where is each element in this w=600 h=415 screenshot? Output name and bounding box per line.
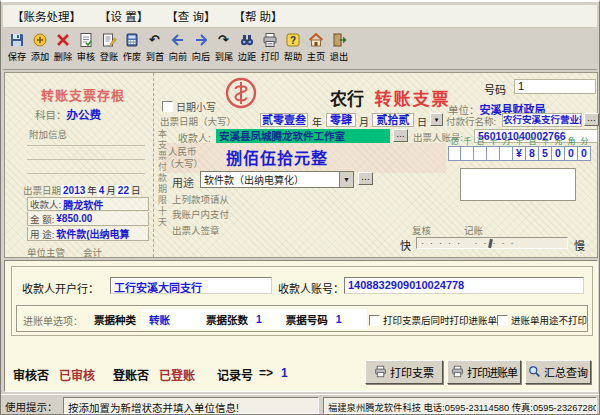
stub-date-month[interactable]: 4 [97,185,107,196]
checkbox-icon[interactable] [497,315,508,326]
exit-button[interactable]: 退出 [327,30,350,63]
no-purpose-checkbox[interactable]: 进账单用途不打印 [497,313,587,327]
save-button[interactable]: 保存 [5,30,28,63]
print-slip-button[interactable]: 打印进账单 [447,360,521,384]
speed-slider[interactable]: ····· ····· [416,237,568,249]
review-label: 复核 [412,223,431,237]
purpose-value: 软件款（出纳电算化） [201,172,339,187]
payee-browse-button[interactable]: … [393,129,408,142]
stub-subject-label: 科目： [35,109,67,121]
grid-cell [487,146,500,161]
stub-date-year[interactable]: 2013 [61,185,87,196]
note-line1: 上列款项请从 [172,192,229,206]
stub-purpose-label: 用 途: [30,227,54,241]
print-slip-checkbox[interactable]: 打印支票后同时打印进账单 [369,313,497,327]
add-button[interactable]: 添加 [28,30,51,63]
stub-amount-label: 金 额: [30,212,54,226]
payee-field[interactable]: 安溪县凤城腾龙软件工作室 [216,129,390,143]
menu-bar: 【账务处理】 【设 置】 【查 询】 【帮 助】 [3,5,597,28]
checkbox-icon[interactable] [369,315,380,326]
print-check-label: 打印支票 [390,364,434,380]
grid-header: 十 [539,137,552,146]
stub-payee-label: 收款人: [30,197,61,211]
payer-bank-field[interactable]: 农行安溪支行营业部 [502,113,582,127]
save-icon [9,31,25,48]
grid-cell [448,146,461,161]
amount-words[interactable]: 捌佰伍拾元整 [226,145,328,169]
checkbox-icon[interactable] [162,101,173,112]
margin-button[interactable]: 边距 [235,30,258,63]
tip-label: 使用提示： [5,399,58,414]
help-button[interactable]: ? 帮助 [281,30,304,63]
register-label: 登账否 [113,366,149,383]
audit-button[interactable]: 审核 [74,30,97,63]
print-slip-checkbox-label: 打印支票后同时打印进账单 [383,313,497,327]
print-check-button[interactable]: 打印支票 [365,360,443,384]
bill-count-value[interactable]: 1 [256,313,262,325]
record-no-label: 记录号 [217,366,253,383]
bill-type-value[interactable]: 转账 [149,312,170,327]
stub-date-day[interactable]: 22 [116,185,131,196]
purpose-combobox[interactable]: 软件款（出纳电算化） ▼ [200,171,354,188]
stub-amount-value[interactable]: ¥850.00 [56,213,92,224]
payee-account-field[interactable]: 1408832909010024778 [344,277,584,294]
grid-header: 十 [487,137,500,146]
go-next-icon [193,31,209,48]
check-date-month-field[interactable]: 零肆 [326,113,356,127]
signature-label: 出票人签章 [172,223,220,237]
check-day-unit: 日 [417,114,427,129]
go-prev-button[interactable]: 向前 [166,30,189,63]
bill-count-label: 票据张数 [206,312,248,327]
bill-no-value[interactable]: 1 [336,313,342,325]
date-lowercase-checkbox[interactable]: 日期小写 [162,99,216,114]
stub-purpose-row: 用 途: 软件款(出纳电算 [27,227,149,241]
printer-icon [451,365,464,380]
check-number-field[interactable]: 1 [514,79,596,94]
grid-header: 元 [552,137,565,146]
payee-bank-field[interactable]: 工行安溪大同支行 [110,277,272,294]
summary-query-label: 汇总查询 [544,364,588,380]
home-icon [308,31,324,48]
go-first-button[interactable]: ↶ 到首 [143,30,166,63]
grid-header: 亿 [448,137,461,146]
register-button[interactable]: 登账 [97,30,120,63]
menu-help[interactable]: 【帮 助】 [224,5,291,27]
record-no-value: 1 [281,366,288,380]
audit-label: 审核否 [13,366,49,383]
chevron-down-icon[interactable]: ▼ [339,172,353,187]
check-date-day-field[interactable]: 贰拾贰 [372,113,414,127]
delete-button[interactable]: 删除 [51,30,74,63]
payer-bank-label: 付款行名称: [446,114,496,128]
menu-query[interactable]: 【查 询】 [157,5,224,27]
print-button[interactable]: 打印 [258,30,281,63]
stub-amount-row: 金 额: ¥850.00 [27,212,149,226]
go-next-button[interactable]: 向后 [189,30,212,63]
grid-cell [461,146,474,161]
stub-title: 转账支票存根 [41,85,125,104]
delete-icon [55,31,71,48]
check-month-unit: 月 [359,114,369,129]
stub-purpose-value[interactable]: 软件款(出纳电算 [56,226,129,241]
grid-header: 千 [461,137,474,146]
menu-settings[interactable]: 【设 置】 [90,5,157,27]
date-spin-button[interactable]: ▾ [430,113,443,126]
note-line2: 我账户内支付 [172,207,229,221]
grid-header: 百 [474,137,487,146]
stub-subject-value[interactable]: 办公费 [67,109,102,121]
purpose-browse-button[interactable]: … [358,172,373,185]
vendor-text-field: 福建泉州腾龙软件科技 电话:0595-23114580 传真:0595-2326… [323,397,597,414]
stub-extra-info-label: 附加信息 [29,127,67,141]
home-button[interactable]: 主页 [304,30,327,63]
digit-grid-cells: ¥ 8 5 0 0 0 [448,146,591,161]
menu-accounting[interactable]: 【账务处理】 [3,5,90,27]
payer-bank-browse-button[interactable]: … [584,113,599,126]
go-last-button[interactable]: ↷ 到尾 [212,30,235,63]
summary-query-button[interactable]: 汇总查询 [525,360,591,384]
void-button[interactable]: 作废 [120,30,143,63]
stub-payee-value[interactable]: 腾龙软件 [63,197,103,212]
check-date-year-field[interactable]: 贰零壹叁 [260,113,308,127]
signature-box[interactable] [460,168,576,201]
app-window: 【账务处理】 【设 置】 【查 询】 【帮 助】 保存 添加 删除 审核 登账 … [0,0,600,415]
bill-values-strip: 转账 票据张数 1 票据号码 1 [141,309,367,329]
grid-header: 万 [500,137,513,146]
